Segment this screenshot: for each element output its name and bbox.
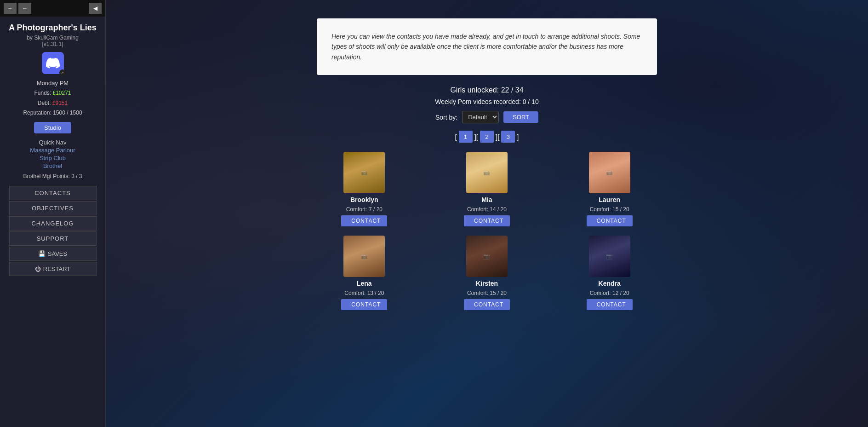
sort-select[interactable]: Default [462, 111, 499, 123]
page-sep-2: ][ [496, 133, 499, 141]
sort-label: Sort by: [435, 114, 457, 121]
game-title: A Photographer's Lies [4, 17, 101, 35]
contact-button-lena[interactable]: CONTACT [341, 299, 387, 310]
collapse-button[interactable]: ◀ [89, 3, 102, 14]
girl-comfort-lena: Comfort: 13 / 20 [344, 290, 384, 296]
restart-button[interactable]: ⏻ RESTART [9, 262, 97, 276]
debt-stat: Debt: £9151 [23, 98, 82, 109]
girl-card-brooklyn: 📷 Brooklyn Comfort: 7 / 20 CONTACT [308, 152, 421, 226]
debt-value: £9151 [52, 100, 68, 106]
girl-name-kendra: Kendra [599, 280, 621, 287]
nav-arrows: ← → ◀ [0, 0, 105, 17]
girl-comfort-lauren: Comfort: 15 / 20 [590, 206, 629, 213]
girl-photo-lauren: 📷 [589, 152, 630, 193]
girl-comfort-kendra: Comfort: 12 / 20 [590, 290, 629, 296]
main-content: Here you can view the contacts you have … [106, 0, 868, 427]
girl-photo-kirsten: 📷 [466, 236, 508, 277]
brothel-mgt-points: Brothel Mgt Points: 3 / 3 [23, 173, 82, 179]
girl-comfort-kirsten: Comfort: 15 / 20 [467, 290, 507, 296]
debt-label: Debt: [38, 100, 51, 106]
girl-card-mia: 📷 Mia Comfort: 14 / 20 CONTACT [430, 152, 544, 226]
girl-photo-inner-lena: 📷 [343, 236, 385, 277]
funds-value: £10271 [52, 90, 71, 96]
girls-grid: 📷 Brooklyn Comfort: 7 / 20 CONTACT 📷 Mia… [308, 152, 666, 310]
reputation-label: Reputation: [23, 110, 51, 116]
girl-photo-inner-kendra: 📷 [589, 236, 630, 277]
weekly-porn-count: Weekly Porn videos recorded: 0 / 10 [124, 98, 850, 105]
external-link-icon: ↗ [59, 69, 66, 76]
girl-card-lena: 📷 Lena Comfort: 13 / 20 CONTACT [308, 236, 421, 310]
girl-name-lauren: Lauren [599, 196, 620, 203]
restart-icon: ⏻ [35, 265, 41, 272]
girl-comfort-mia: Comfort: 14 / 20 [467, 206, 507, 213]
girl-comfort-brooklyn: Comfort: 7 / 20 [346, 206, 383, 213]
sort-button[interactable]: SORT [503, 111, 538, 123]
time-display: Monday PM [37, 80, 69, 87]
funds-stat: Funds: £10271 [23, 88, 82, 98]
reputation-stat: Reputation: 1500 / 1500 [23, 108, 82, 118]
nav-massage-parlour[interactable]: Massage Parlour [30, 147, 75, 154]
sidebar: ← → ◀ A Photographer's Lies by SkullCam … [0, 0, 106, 427]
contacts-menu-button[interactable]: CONTACTS [9, 186, 97, 200]
girl-photo-inner-mia: 📷 [466, 152, 508, 193]
contact-button-kendra[interactable]: CONTACT [587, 299, 633, 310]
forward-button[interactable]: → [18, 3, 31, 14]
page-1-button[interactable]: 1 [459, 131, 473, 143]
girl-name-mia: Mia [481, 196, 492, 203]
girl-photo-lena: 📷 [343, 236, 385, 277]
contact-button-kirsten[interactable]: CONTACT [464, 299, 510, 310]
girl-card-kendra: 📷 Kendra Comfort: 12 / 20 CONTACT [553, 236, 666, 310]
page-3-button[interactable]: 3 [501, 131, 515, 143]
reputation-value: 1500 / 1500 [53, 110, 82, 116]
objectives-menu-button[interactable]: OBJECTIVES [9, 201, 97, 215]
girl-photo-mia: 📷 [466, 152, 508, 193]
girls-unlocked-header: Girls unlocked: 22 / 34 [124, 86, 850, 94]
funds-label: Funds: [34, 90, 51, 96]
support-menu-button[interactable]: SUPPORT [9, 231, 97, 246]
game-version: [v1.31.1] [42, 41, 63, 47]
saves-button[interactable]: 💾 SAVES [9, 247, 97, 261]
discord-button[interactable]: ↗ [42, 52, 64, 74]
page-sep-1: ][ [474, 133, 478, 141]
girl-name-kirsten: Kirsten [476, 280, 498, 287]
girl-photo-kendra: 📷 [589, 236, 630, 277]
girl-photo-inner-brooklyn: 📷 [343, 152, 385, 193]
content-area: Here you can view the contacts you have … [106, 0, 868, 319]
quick-nav-label[interactable]: Quick Nav [39, 139, 67, 146]
page-2-button[interactable]: 2 [480, 131, 494, 143]
girl-name-lena: Lena [357, 280, 372, 287]
contact-button-mia[interactable]: CONTACT [464, 215, 510, 226]
girl-photo-brooklyn: 📷 [343, 152, 385, 193]
changelog-menu-button[interactable]: CHANGELOG [9, 216, 97, 231]
back-button[interactable]: ← [4, 3, 17, 14]
stats-panel: Funds: £10271 Debt: £9151 Reputation: 15… [23, 88, 82, 118]
open-bracket: [ [455, 133, 457, 141]
pagination: [ 1 ][ 2 ][ 3 ] [124, 131, 850, 143]
nav-brothel[interactable]: Brothel [43, 162, 62, 169]
contact-button-lauren[interactable]: CONTACT [587, 215, 633, 226]
girl-name-brooklyn: Brooklyn [350, 196, 378, 203]
restart-label: RESTART [43, 265, 70, 272]
contact-button-brooklyn[interactable]: CONTACT [341, 215, 387, 226]
girl-card-lauren: 📷 Lauren Comfort: 15 / 20 CONTACT [553, 152, 666, 226]
girl-photo-inner-kirsten: 📷 [466, 236, 508, 277]
saves-label: SAVES [48, 250, 67, 257]
sort-row: Sort by: Default SORT [124, 111, 850, 123]
info-text: Here you can view the contacts you have … [331, 33, 640, 61]
studio-button[interactable]: Studio [34, 122, 71, 133]
game-author: by SkullCam Gaming [27, 35, 79, 41]
girl-card-kirsten: 📷 Kirsten Comfort: 15 / 20 CONTACT [430, 236, 544, 310]
close-bracket: ] [517, 133, 519, 141]
info-box: Here you can view the contacts you have … [317, 18, 657, 75]
nav-strip-club[interactable]: Strip Club [40, 155, 66, 162]
girl-photo-inner-lauren: 📷 [589, 152, 630, 193]
saves-icon: 💾 [38, 250, 46, 257]
